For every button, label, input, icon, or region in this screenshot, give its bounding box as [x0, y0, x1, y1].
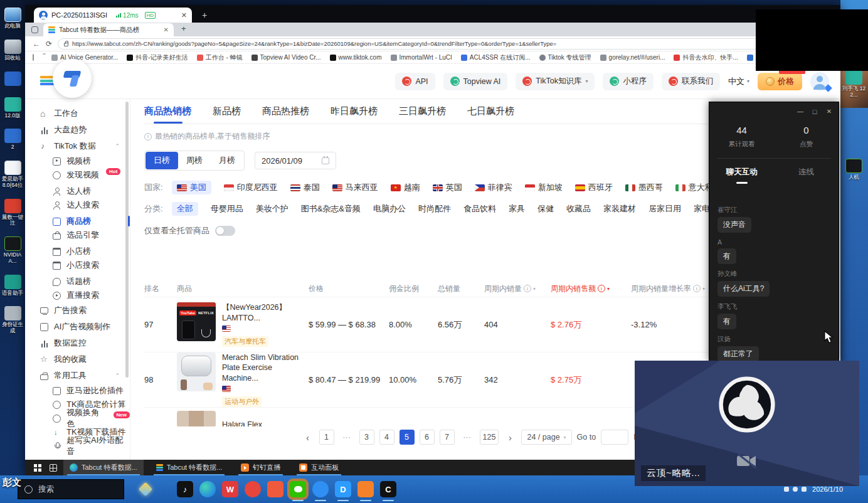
country-it[interactable]: 意大利	[675, 182, 713, 193]
api-button[interactable]: API	[395, 73, 435, 90]
category-item[interactable]: 食品饮料	[463, 203, 496, 214]
sidebar-item-market-trend[interactable]: 大盘趋势	[40, 122, 130, 138]
close-icon[interactable]	[826, 108, 832, 115]
desktop-icon-nvidia[interactable]: NVIDIA A...	[0, 236, 25, 265]
bookmark-item[interactable]: 抖音去水印、快手...	[674, 53, 738, 62]
sidebar-item-ad-search[interactable]: 广告搜索	[40, 302, 130, 319]
desktop-icon-voice[interactable]: 语音助手	[0, 275, 25, 297]
ellipsis[interactable]: ···	[339, 430, 354, 445]
product-title[interactable]: Halara Flex Asymmetric...	[222, 420, 305, 426]
app-icon[interactable]	[267, 481, 283, 497]
country-us[interactable]: 美国	[172, 181, 211, 194]
bookmark-item[interactable]: 工作台 - 蝉镜	[197, 53, 243, 62]
wps-app-icon[interactable]: W	[222, 481, 238, 497]
tiktok-knowledge-button[interactable]: TikTok知识库▾	[516, 73, 595, 90]
sidebar-item-video-rank[interactable]: 视频榜	[40, 154, 130, 168]
sidebar-item-discover-video[interactable]: 发现视频Hot	[40, 168, 130, 182]
capcut-app-icon[interactable]: C	[380, 481, 396, 497]
country-sg[interactable]: 新加坡	[525, 182, 563, 193]
next-page-icon[interactable]	[504, 430, 516, 445]
date-picker[interactable]: 2026/01/09	[255, 152, 336, 169]
sidebar-item-workbench[interactable]: 工作台	[40, 105, 130, 122]
sortable-header[interactable]: 周期内销量i▾	[484, 283, 551, 294]
close-session-icon[interactable]: ✕	[181, 11, 187, 19]
tiktok-app-icon[interactable]: ♪	[177, 481, 193, 497]
tab-new-product[interactable]: 新品榜	[213, 105, 241, 117]
ellipsis[interactable]: ···	[460, 430, 475, 445]
browser-app-icon[interactable]	[312, 481, 329, 497]
bookmark-item[interactable]: 抖音-记录美好生活	[127, 53, 188, 62]
dingtalk-app-icon[interactable]: D	[335, 481, 351, 497]
category-item[interactable]: 图书&杂志&音频	[301, 203, 361, 214]
sidebar-item-creator-rank[interactable]: 达人榜	[40, 184, 130, 198]
country-id[interactable]: 印度尼西亚	[224, 182, 278, 193]
topview-ai-button[interactable]: Topview AI	[443, 73, 508, 90]
close-tab-icon[interactable]: ✕	[164, 26, 169, 33]
contact-us-button[interactable]: 联系我们	[662, 73, 720, 90]
country-vn[interactable]: 越南	[391, 182, 420, 193]
search-highlights-icon[interactable]	[139, 482, 153, 497]
minimize-icon[interactable]	[797, 108, 803, 115]
sidebar-item-favorites[interactable]: 我的收藏	[40, 351, 130, 368]
taskbar-window-dingtalk-live[interactable]: 钉钉直播	[235, 460, 287, 475]
bookmark-item[interactable]: www.tiktok.com	[330, 54, 382, 61]
page-size-select[interactable]: 24 / page▾	[521, 430, 571, 445]
page-5-current[interactable]: 5	[400, 430, 415, 445]
page-7[interactable]: 7	[440, 430, 455, 445]
goto-page-input[interactable]	[601, 430, 628, 445]
product-title[interactable]: 【NewYear2026】LAMTTO...	[222, 302, 305, 323]
language-selector[interactable]: 中文▾	[728, 76, 749, 87]
sidebar-item-creator-search[interactable]: 达人搜索	[40, 198, 130, 212]
refresh-icon[interactable]: ⟳	[46, 40, 52, 48]
browser-tab[interactable]: Tabcut 特看数据——商品榜 ✕	[43, 23, 174, 36]
page-6[interactable]: 6	[420, 430, 435, 445]
new-session-icon[interactable]: +	[202, 10, 207, 20]
sidebar-toggle-icon[interactable]	[33, 54, 34, 61]
prev-page-icon[interactable]	[302, 430, 314, 445]
sidebar-item-shop-search[interactable]: 小店搜索	[40, 258, 130, 272]
tab-hot-push[interactable]: 商品热推榜	[262, 105, 309, 117]
system-tray[interactable]	[784, 487, 807, 492]
sidebar-item-topic-rank[interactable]: 话题榜	[40, 275, 130, 289]
category-item[interactable]: 家具	[509, 203, 525, 214]
bookmark-item[interactable]: Topview AI Video Cr...	[251, 54, 321, 61]
bookmark-item[interactable]: Tiktok 专线管理	[539, 53, 591, 62]
tab-connect[interactable]: 连线	[774, 167, 839, 184]
sortable-header-active[interactable]: 周期内销售额i▾	[551, 283, 631, 294]
back-icon[interactable]: ←	[33, 40, 40, 48]
sidebar-item-amazon-plugin[interactable]: 亚马逊比价插件	[40, 384, 130, 398]
app-icon[interactable]	[357, 481, 374, 497]
country-gb[interactable]: 英国	[433, 182, 462, 193]
desktop-icon-right-2[interactable]: 人机	[842, 159, 867, 181]
tab-7day-rising[interactable]: 七日飙升榜	[467, 105, 514, 117]
desktop-icon-installer[interactable]: 晨数一键注	[0, 199, 25, 227]
category-item[interactable]: 保健	[537, 203, 554, 214]
app-icon[interactable]	[245, 481, 261, 497]
sidebar-group-tools[interactable]: 常用工具⌃	[40, 368, 130, 384]
sidebar-item-role-swap[interactable]: 视频换角色New	[40, 411, 130, 425]
mini-program-button[interactable]: 小程序	[603, 73, 654, 90]
category-item[interactable]: 时尚配件	[418, 203, 451, 214]
table-row[interactable]: 97 YouTubeNETFLIX 【NewYear2026】LAMTTO...…	[144, 297, 740, 352]
sidebar-item-data-monitor[interactable]: 数据监控	[40, 335, 130, 351]
country-mx[interactable]: 墨西哥	[625, 182, 663, 193]
sidebar-item-product-rank[interactable]: 商品榜	[40, 214, 130, 228]
tab-yesterday-rising[interactable]: 昨日飙升榜	[331, 105, 378, 117]
country-es[interactable]: 西班牙	[575, 182, 613, 193]
category-item[interactable]: 收藏品	[566, 203, 591, 214]
bookmark-item[interactable]: ImmortalWrt - LuCI	[391, 54, 452, 61]
period-monthly[interactable]: 月榜	[211, 152, 243, 169]
sidebar-group-tiktok-data[interactable]: TikTok 数据⌃	[40, 138, 130, 154]
sidebar-item-ai-ad-video[interactable]: AI广告视频制作	[40, 319, 130, 335]
country-my[interactable]: 马来西亚	[332, 182, 378, 193]
country-th[interactable]: 泰国	[290, 182, 320, 193]
desktop-icon-this-pc[interactable]: 此电脑	[0, 8, 25, 29]
start-button-icon[interactable]	[34, 464, 37, 467]
tab-3day-rising[interactable]: 三日飙升榜	[399, 105, 446, 117]
bookmark-item[interactable]: ACL4SSR 在线订阅...	[461, 53, 531, 62]
desktop-icon-idgen[interactable]: 身份证生成	[0, 306, 25, 334]
desktop-icon-app2[interactable]: 2	[0, 129, 25, 151]
new-tab-icon[interactable]: +	[181, 24, 186, 33]
taskbar-window-tabcut[interactable]: Tabcut 特看数据...	[150, 460, 229, 475]
desktop-icon-right-1[interactable]: 到手飞 122...	[842, 70, 867, 98]
